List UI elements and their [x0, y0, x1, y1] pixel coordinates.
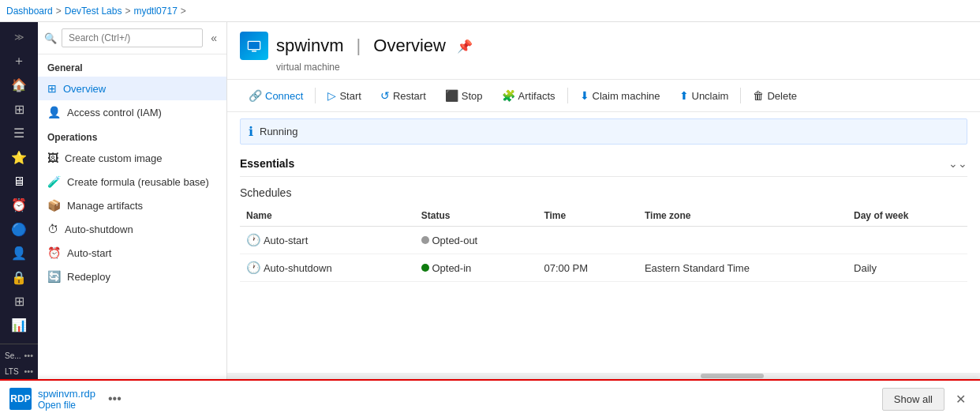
restart-button[interactable]: ↺ Restart	[372, 85, 435, 107]
download-bar: RDP spwinvm.rdp Open file ••• Show all ✕	[0, 379, 980, 417]
essentials-header: Essentials ⌄⌄	[240, 151, 967, 177]
restart-icon: ↺	[380, 89, 390, 102]
auto-start-timezone	[638, 227, 847, 254]
sidebar-circle-icon[interactable]: 🔵	[3, 218, 35, 240]
claim-icon: ⬇	[580, 89, 589, 102]
content-area: spwinvm | Overview 📌 virtual machine 🔗 C…	[227, 22, 980, 379]
essentials-label: Essentials	[240, 157, 294, 170]
nav-item-redeploy[interactable]: 🔄 Redeploy	[38, 265, 226, 288]
nav-sidebar: 🔍 « General ⊞ Overview 👤 Access control …	[38, 22, 227, 379]
claim-machine-button[interactable]: ⬇ Claim machine	[571, 85, 669, 107]
nav-item-create-image[interactable]: 🖼 Create custom image	[38, 146, 226, 170]
tab-se[interactable]: Se... •••	[0, 348, 38, 363]
tab-lts[interactable]: LTS •••	[0, 363, 38, 379]
table-row: 🕐 Auto-shutdown Opted-in 07:00 PM Easter…	[240, 254, 967, 282]
main-content: Essentials ⌄⌄ Schedules Name Status Time…	[227, 151, 980, 373]
breadcrumb: Dashboard > DevTest Labs > mydtl0717 >	[0, 0, 980, 22]
artifacts-icon: 🧩	[502, 89, 515, 102]
auto-start-row-icon: 🕐	[246, 233, 261, 246]
schedules-label: Schedules	[240, 186, 967, 199]
sidebar-star-icon[interactable]: ⭐	[3, 146, 35, 168]
delete-icon: 🗑	[753, 89, 764, 102]
sidebar-clock-icon[interactable]: ⏰	[3, 194, 35, 216]
artifacts-button[interactable]: 🧩 Artifacts	[493, 85, 564, 107]
icon-sidebar: ≫ ＋ 🏠 ⊞ ☰ ⭐ 🖥 ⏰ 🔵 👤 🔒 ⊞ 📊 Se... ••• LTS …	[0, 22, 38, 379]
nav-item-manage-artifacts[interactable]: 📦 Manage artifacts	[38, 193, 226, 217]
breadcrumb-devtest[interactable]: DevTest Labs	[65, 6, 122, 17]
horizontal-scrollbar[interactable]	[227, 373, 980, 379]
auto-start-time	[537, 227, 638, 254]
create-formula-icon: 🧪	[47, 175, 61, 188]
sidebar-expand-icon[interactable]: ≫	[3, 26, 35, 48]
content-header: spwinvm | Overview 📌 virtual machine	[227, 22, 980, 80]
breadcrumb-dashboard[interactable]: Dashboard	[6, 6, 53, 17]
svg-rect-2	[252, 51, 256, 52]
schedules-table: Name Status Time Time zone Day of week 🕐…	[240, 205, 967, 282]
download-more-button[interactable]: •••	[102, 389, 128, 409]
resource-title: spwinvm | Overview 📌	[240, 32, 967, 60]
sidebar-menu-icon[interactable]: ☰	[3, 122, 35, 145]
search-icon: 🔍	[44, 32, 57, 44]
auto-shutdown-row-icon: 🕐	[246, 261, 261, 274]
close-download-button[interactable]: ✕	[951, 389, 971, 410]
search-input[interactable]	[62, 28, 203, 47]
download-file-info: spwinvm.rdp Open file	[38, 388, 95, 411]
create-image-icon: 🖼	[47, 152, 58, 164]
connect-button[interactable]: 🔗 Connect	[240, 85, 312, 107]
download-file-icon: RDP	[9, 388, 32, 410]
toolbar-sep-3	[740, 88, 741, 103]
download-bar-right: Show all ✕	[882, 388, 971, 411]
unclaim-icon: ⬆	[679, 89, 689, 102]
resource-page: Overview	[373, 36, 446, 56]
sidebar-monitor-icon[interactable]: 🖥	[3, 170, 35, 192]
breadcrumb-lab[interactable]: mydtl0717	[133, 6, 177, 17]
stop-button[interactable]: ⬛ Stop	[436, 85, 492, 107]
toolbar: 🔗 Connect ▷ Start ↺ Restart ⬛ Stop 🧩 Art…	[227, 80, 980, 112]
unclaim-button[interactable]: ⬆ Unclaim	[671, 85, 738, 107]
auto-start-status: Opted-out	[415, 227, 538, 254]
auto-shutdown-status-dot	[421, 264, 429, 272]
nav-group-general: General	[38, 54, 226, 77]
show-all-button[interactable]: Show all	[882, 388, 944, 411]
open-file-link[interactable]: Open file	[38, 400, 95, 411]
auto-shutdown-day: Daily	[847, 254, 967, 282]
auto-start-status-dot	[421, 236, 429, 244]
resource-subtitle: virtual machine	[276, 62, 967, 73]
auto-start-name[interactable]: 🕐 Auto-start	[240, 227, 415, 254]
pin-icon[interactable]: 📌	[457, 39, 473, 54]
toolbar-sep-2	[567, 88, 568, 103]
essentials-expand-button[interactable]: ⌄⌄	[948, 157, 967, 170]
start-button[interactable]: ▷ Start	[319, 85, 369, 107]
nav-item-create-formula[interactable]: 🧪 Create formula (reusable base)	[38, 170, 226, 193]
sidebar-home-icon[interactable]: 🏠	[3, 74, 35, 96]
nav-item-access-control[interactable]: 👤 Access control (IAM)	[38, 100, 226, 124]
overview-icon: ⊞	[47, 82, 57, 95]
delete-button[interactable]: 🗑 Delete	[744, 85, 806, 107]
nav-item-auto-start[interactable]: ⏰ Auto-start	[38, 241, 226, 265]
auto-shutdown-name[interactable]: 🕐 Auto-shutdown	[240, 254, 415, 282]
sidebar-user-icon[interactable]: 👤	[3, 242, 35, 265]
access-control-icon: 👤	[47, 106, 61, 118]
running-status-icon: ℹ	[249, 124, 253, 139]
sidebar-grid-icon[interactable]: ⊞	[3, 98, 35, 120]
sidebar-chart-icon[interactable]: 📊	[3, 314, 35, 336]
col-time: Time	[537, 205, 638, 227]
resource-name: spwinvm	[276, 36, 344, 56]
auto-shutdown-time: 07:00 PM	[537, 254, 638, 282]
sidebar-add-icon[interactable]: ＋	[3, 50, 35, 72]
nav-item-auto-shutdown[interactable]: ⏱ Auto-shutdown	[38, 217, 226, 241]
status-bar: ℹ Running	[240, 118, 967, 145]
sidebar-grid2-icon[interactable]: ⊞	[3, 290, 35, 312]
auto-start-icon: ⏰	[47, 246, 61, 259]
auto-shutdown-icon: ⏱	[47, 223, 58, 235]
col-name: Name	[240, 205, 415, 227]
auto-shutdown-status: Opted-in	[415, 254, 538, 282]
auto-shutdown-timezone: Eastern Standard Time	[638, 254, 847, 282]
nav-item-overview[interactable]: ⊞ Overview	[38, 77, 226, 100]
start-icon: ▷	[327, 89, 336, 102]
download-filename[interactable]: spwinvm.rdp	[38, 388, 95, 400]
sidebar-lock-icon[interactable]: 🔒	[3, 266, 35, 288]
toolbar-sep-1	[315, 88, 316, 103]
download-bar-left: RDP spwinvm.rdp Open file •••	[9, 388, 874, 411]
collapse-nav-button[interactable]: «	[208, 30, 220, 46]
